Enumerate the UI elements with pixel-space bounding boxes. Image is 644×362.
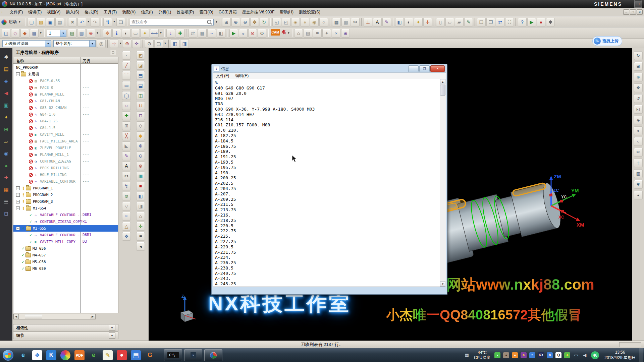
scroll-thumb[interactable] [25, 314, 42, 319]
fit-view-icon[interactable]: ⊞ [222, 18, 231, 26]
zoom-out-icon[interactable]: ⊖ [241, 18, 250, 26]
sync-views-icon[interactable]: ⇄ [496, 18, 504, 26]
roles-tab-icon[interactable]: ☰ [3, 198, 10, 205]
menu-item-h[interactable]: 帮助(H) [277, 8, 296, 16]
command-search-input[interactable]: 查找命令 [130, 19, 214, 25]
constraint-navigator-icon[interactable]: ◈ [3, 77, 10, 85]
wechat-tray[interactable]: ◖ [494, 352, 500, 358]
menu-item-gc[interactable]: GC工具箱 [216, 8, 239, 16]
csys-orient-icon[interactable]: ⊕ [87, 29, 95, 38]
rotate-icon[interactable]: ↻ [260, 18, 268, 26]
navigator-gear-icon[interactable]: ✱ [3, 53, 10, 61]
copy-face-icon[interactable]: ▱ [445, 18, 454, 26]
boolean-icon[interactable]: ◧ [217, 29, 225, 38]
menu-item-p[interactable]: 首选项(P) [174, 8, 197, 16]
fit-view2-icon[interactable]: ⊞ [634, 62, 643, 71]
tree-row-contour_zigzag_copy[interactable]: ✓◔CONTOUR_ZIGZAG_COPYR1 [13, 218, 118, 225]
maximize-button[interactable]: ❐ [634, 1, 642, 7]
cpu-temp-indicator[interactable]: 44°CCPU温度 [474, 350, 490, 360]
sketch-tool-icon[interactable]: ✎ [122, 152, 131, 160]
show-only-icon[interactable]: ◐ [122, 29, 130, 38]
ie-browser[interactable]: e [17, 349, 29, 361]
tree-row-zlevel_profile[interactable]: ◧ZLEVEL_PROFILE--- [13, 144, 118, 151]
column-header-name[interactable]: 名称 [16, 58, 24, 64]
revolve-tool-icon[interactable]: ◪ [136, 61, 145, 70]
point-tool-icon[interactable]: ∙ [122, 51, 131, 60]
dropdown-arrow-icon[interactable]: ▼ [39, 29, 43, 37]
shaded2-icon[interactable]: ● [634, 126, 643, 135]
shaft-model[interactable]: ZM ZC Z YM YC XC XM [443, 171, 601, 282]
tree-row-variable_contour[interactable]: ✑VARIABLE_CONTOUR--- [13, 178, 118, 185]
refresh-icon[interactable]: ⇅ [103, 18, 112, 26]
tree-row-nc_program[interactable]: NC_PROGRAM [13, 64, 118, 71]
expander-minus[interactable]: − [16, 206, 20, 210]
expander-plus[interactable]: + [16, 193, 20, 197]
block-tool-icon[interactable]: ⬒ [136, 71, 145, 80]
gouge-check-icon[interactable]: ⊘ [248, 29, 257, 38]
cmd-window[interactable]: C:\_ [164, 349, 182, 361]
scroll-right-button[interactable]: ▶ [90, 314, 95, 319]
triangle-tool-icon[interactable]: ▽ [122, 202, 131, 210]
dropdown-arrow-icon[interactable]: ▼ [96, 29, 99, 37]
circle-select-icon[interactable]: ⊙ [145, 39, 154, 48]
menu-item-t[interactable]: 工具(T) [101, 8, 119, 16]
menu-item-o[interactable]: 窗口(O) [197, 8, 216, 16]
pocket-tool-icon[interactable]: ⊖ [136, 152, 145, 160]
details-chevron-icon[interactable]: ▼ [109, 333, 115, 339]
info-content[interactable]: % G40 G49 G80 G90 G17 G91 G28 Z0.0 M06 T… [213, 79, 446, 287]
nx-window[interactable] [204, 349, 222, 361]
reuse-library-icon[interactable]: ✦ [3, 114, 10, 121]
thread-tool-icon[interactable]: ⊗ [136, 162, 145, 170]
diamond-tool-icon[interactable]: ◇ [136, 121, 145, 130]
shop-doc-icon[interactable]: ▤ [304, 29, 312, 38]
import-icon[interactable]: ↓ [166, 29, 175, 38]
snap-point-icon[interactable]: ⊹ [110, 39, 118, 48]
zoom-in-icon[interactable]: ⊕ [231, 18, 240, 26]
column-header-tool[interactable]: 刀具 [83, 58, 91, 64]
navigator-float-button[interactable]: ❐ [110, 50, 116, 55]
layer-combo[interactable]: 1 ▼ [47, 30, 66, 37]
solid-cube-icon[interactable]: ◧ [171, 39, 179, 48]
dropdown-arrow-icon[interactable]: ▼ [87, 18, 90, 26]
folder-tab-icon[interactable]: ▱ [3, 138, 10, 145]
tree-row-cavity_mill[interactable]: ◧CAVITY_MILL--- [13, 131, 118, 138]
full-screen-icon[interactable]: ⛶ [505, 18, 514, 26]
notification-badge[interactable]: 46 [591, 351, 599, 359]
tree-row-[interactable]: −未用项 [13, 71, 118, 77]
point-on-curve-icon[interactable]: ⊕ [123, 39, 131, 48]
network-tray[interactable]: ▭ [573, 352, 579, 358]
snap-midpoint-icon[interactable]: ✛ [132, 39, 141, 48]
plus-tool-icon[interactable]: ✚ [122, 111, 131, 120]
tree-row-peck_drilling[interactable]: ✎PECK_DRILLING--- [13, 165, 118, 171]
dropdown-arrow-icon[interactable]: ▼ [119, 39, 122, 47]
mirror-icon[interactable]: ⇄ [189, 29, 197, 38]
keyboard-tray[interactable]: ▦ [464, 352, 470, 358]
move-component-icon[interactable]: ◫ [2, 29, 10, 38]
back-arrow-icon[interactable]: ◀ [3, 89, 10, 97]
navigator-hscrollbar[interactable]: ◀ ▶ [13, 314, 96, 319]
tree-row-g83-q2-chuan[interactable]: ✎G83-Q2-CHUAN--- [13, 104, 118, 111]
nx-doc-window[interactable]: ✕ [184, 349, 202, 361]
tree-row-program_2[interactable]: +!PROGRAM_2 [13, 191, 118, 198]
tree-row-m4-g57[interactable]: ✓M4-G57 [13, 252, 118, 258]
pan2-icon[interactable]: ✥ [634, 83, 643, 92]
zoom2-icon[interactable]: ⊕ [634, 73, 643, 81]
open-folder-icon[interactable]: ▨ [37, 18, 45, 26]
start-menu-button[interactable]: 启动 ▼ [1, 18, 21, 26]
shaded-edges-icon[interactable]: ◉ [310, 18, 319, 26]
expander-plus[interactable]: + [16, 186, 20, 190]
ellipse-tool-icon[interactable]: ○ [122, 101, 131, 110]
optimize-icon[interactable]: ✦ [322, 29, 331, 38]
wave-tool-icon[interactable]: ≈ [122, 212, 131, 221]
expander-minus[interactable]: − [16, 72, 20, 76]
graphics-viewport[interactable]: ZM ZC Z YM YC XC XM Z 网站ww [149, 48, 632, 341]
mdi-minimize-button[interactable]: ─ [623, 9, 629, 15]
menu-item-s[interactable]: 删除设置(S) [296, 8, 323, 16]
info-menu-f[interactable]: 文件(F) [213, 72, 232, 79]
pattern-component-icon[interactable]: ▩ [30, 29, 39, 38]
add-component-icon[interactable]: ◆ [20, 29, 29, 38]
info-title-bar[interactable]: i 信息 ─❐✕ [213, 65, 446, 72]
trim-tool-icon[interactable]: ✂ [122, 172, 131, 180]
layer-view-icon[interactable]: ▥ [341, 18, 350, 26]
perspective2-icon[interactable]: ◈ [634, 116, 643, 124]
